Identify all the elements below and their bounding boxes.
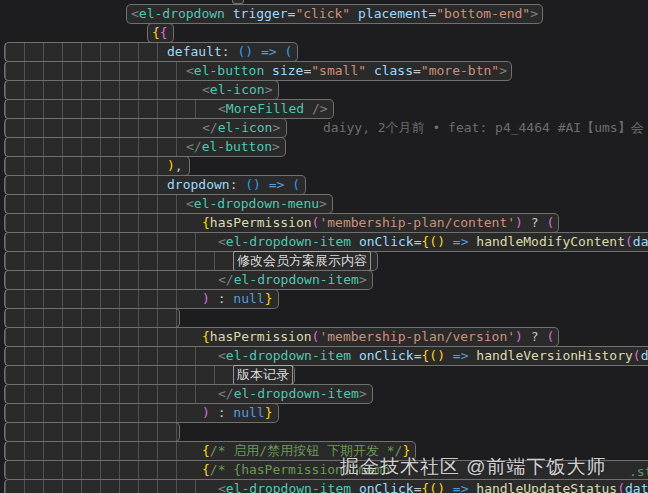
code-line[interactable]: ) : null} [4,403,279,423]
code-text: </el-dropdown-item> [218,385,367,403]
code-token: null [233,290,264,308]
code-line[interactable]: </el-button> [4,137,286,157]
code-line[interactable]: default: () => ( [4,42,298,62]
indent-guides [5,195,179,213]
code-token: placement [358,5,428,23]
code-token: { [202,461,210,479]
code-line[interactable]: {{ [147,23,174,43]
editor-viewport: daiyy, 2个月前 • feat: p4_4464 #AI【ums】会 掘金… [0,0,648,493]
code-token [304,100,312,118]
code-text: 修改会员方案展示内容 [233,252,371,270]
code-token: 'membership-plan/content' [319,214,515,232]
code-token: > [530,5,538,23]
code-token: "bottom-end" [436,5,530,23]
code-text: 版本记录 [233,366,293,384]
code-text: <el-button size="small" class="more-btn"… [186,62,507,80]
code-line[interactable]: {hasPermission('membership-plan/version'… [4,327,559,347]
code-token: ( [617,480,625,493]
code-token [445,233,453,251]
code-token: { [422,347,430,365]
indent-guides [5,176,160,194]
indent-guides [5,214,195,232]
code-token [351,233,359,251]
code-token: () [429,233,445,251]
code-token: => [261,43,277,61]
code-token [237,176,245,194]
code-token: > [272,138,280,156]
code-token: handleVersionHistory [476,347,633,365]
code-text: {hasPermission('membership-plan/version'… [202,328,554,346]
code-token: "small" [311,62,366,80]
code-token: < [186,195,194,213]
code-token [253,43,261,61]
indent-guides [5,100,211,118]
code-line[interactable]: </el-dropdown-item> [4,270,373,290]
code-text: dropdown: () => ( [167,176,300,194]
code-token: { [202,442,210,460]
code-token: > [272,119,280,137]
code-line[interactable]: </el-dropdown-item> [4,384,373,404]
code-token: ? [531,214,539,232]
code-line[interactable]: <el-icon> [4,80,279,100]
code-line[interactable]: {hasPermission('membership-plan/content'… [4,213,559,233]
code-token [539,328,547,346]
indent-guides [5,309,179,327]
indent-guides [5,328,195,346]
code-token [210,290,218,308]
code-text: <el-dropdown-menu> [186,195,327,213]
indent-guides [5,461,195,479]
code-line[interactable]: <MoreFilled /> [4,99,334,119]
code-line[interactable]: ), [4,156,190,176]
code-line[interactable]: <el-button size="small" class="more-btn"… [4,61,512,81]
code-token: > [265,81,273,99]
code-token: ( [546,328,554,346]
code-token: : [218,404,226,422]
code-line[interactable]: <el-dropdown-item onClick={() => handleU… [4,479,648,493]
code-line[interactable]: <el-dropdown-item onClick={() => handleM… [4,232,648,252]
code-text: ) : null} [202,290,272,308]
code-line-blank[interactable] [4,308,180,328]
code-token: => [453,233,469,251]
code-token [277,43,285,61]
code-line[interactable]: <el-dropdown-menu> [4,194,333,214]
code-token: onClick [359,480,414,493]
code-line[interactable]: <el-dropdown trigger="click" placement="… [126,4,543,24]
code-line[interactable]: <el-dropdown-item onClick={() => handleV… [4,346,648,366]
code-token: "more-btn" [421,62,499,80]
indent-guides [5,442,195,460]
code-token [225,5,233,23]
code-line-blank[interactable] [4,422,180,442]
indent-guides [5,252,226,270]
code-text: <el-icon> [202,81,272,99]
code-line[interactable]: ) : null} [4,289,279,309]
code-line[interactable]: </el-icon> [4,118,287,138]
code-token: el-dropdown-item [234,385,359,403]
code-token [225,404,233,422]
code-token [539,214,547,232]
code-token: ) [167,157,175,175]
code-token: = [428,5,436,23]
code-token: ( [633,347,641,365]
code-line[interactable]: dropdown: () => ( [4,175,306,195]
code-token [468,480,476,493]
code-token: el-dropdown-item [226,347,351,365]
code-token: default [167,43,222,61]
code-token: = [413,62,421,80]
code-token: = [288,5,296,23]
code-token: < [131,5,139,23]
code-token: onClick [359,233,414,251]
code-token: < [186,62,194,80]
code-token: : [218,290,226,308]
code-token: => [269,176,285,194]
code-line[interactable]: 版本记录 [4,365,295,385]
code-token: dropdown [167,176,230,194]
code-token [230,43,238,61]
code-line[interactable]: 修改会员方案展示内容 [4,251,378,271]
indent-guides [5,290,195,308]
code-token: el-dropdown-item [234,271,359,289]
code-token: el-button [202,138,272,156]
code-token: ) [202,404,210,422]
code-text: default: () => ( [167,43,292,61]
code-token: { [422,480,430,493]
code-text: <el-dropdown trigger="click" placement="… [131,5,538,23]
